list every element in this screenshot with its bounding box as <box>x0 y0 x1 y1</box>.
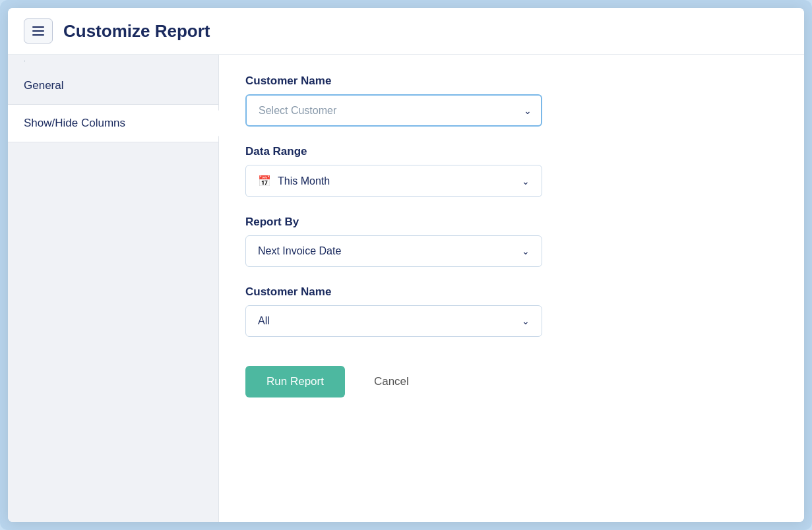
hamburger-line-1 <box>32 26 44 28</box>
customer-name2-value: All <box>258 315 522 327</box>
report-by-label: Report By <box>245 216 778 229</box>
sidebar-item-show-hide-columns[interactable]: Show/Hide Columns <box>8 105 218 142</box>
customer-name2-chevron-icon: ⌄ <box>522 316 530 326</box>
customer-name2-group: Customer Name All ⌄ <box>245 285 778 337</box>
data-range-group: Data Range 📅 This Month ⌄ <box>245 145 778 197</box>
main-content: Customer Name Select Customer ⌄ Data Ran… <box>219 55 804 522</box>
sidebar-item-general-label: General <box>24 79 63 92</box>
customer-name-select-wrapper[interactable]: Select Customer ⌄ <box>245 94 542 127</box>
cancel-button[interactable]: Cancel <box>361 366 422 398</box>
page-title: Customize Report <box>63 21 210 42</box>
customer-name-label: Customer Name <box>245 74 778 88</box>
data-range-select[interactable]: 📅 This Month ⌄ <box>245 165 542 197</box>
header: Customize Report <box>8 8 804 55</box>
data-range-chevron-icon: ⌄ <box>522 176 530 187</box>
customer-name2-label: Customer Name <box>245 285 778 299</box>
sidebar-item-general[interactable]: General <box>8 67 218 105</box>
report-by-chevron-icon: ⌄ <box>522 246 530 256</box>
customer-name-select[interactable]: Select Customer <box>245 94 542 127</box>
dot-indicator: · <box>8 55 218 67</box>
calendar-icon: 📅 <box>258 175 271 187</box>
report-by-value: Next Invoice Date <box>258 245 522 257</box>
footer-buttons: Run Report Cancel <box>245 355 778 398</box>
menu-button[interactable] <box>24 18 53 44</box>
hamburger-icon <box>32 26 44 36</box>
modal-wrapper: Customize Report · General Show/Hide Col… <box>0 0 812 530</box>
hamburger-line-3 <box>32 34 44 36</box>
sidebar-item-show-hide-label: Show/Hide Columns <box>24 117 125 129</box>
run-report-button[interactable]: Run Report <box>245 366 345 398</box>
report-by-select[interactable]: Next Invoice Date ⌄ <box>245 235 542 267</box>
data-range-value: This Month <box>278 175 522 187</box>
sidebar-chevron-icon <box>207 110 219 136</box>
report-by-group: Report By Next Invoice Date ⌄ <box>245 216 778 267</box>
customer-name-group: Customer Name Select Customer ⌄ <box>245 74 778 127</box>
customer-name2-select[interactable]: All ⌄ <box>245 305 542 337</box>
hamburger-line-2 <box>32 30 44 32</box>
sidebar: · General Show/Hide Columns <box>8 55 219 522</box>
modal: Customize Report · General Show/Hide Col… <box>8 8 804 522</box>
data-range-label: Data Range <box>245 145 778 158</box>
body: · General Show/Hide Columns Customer Nam… <box>8 55 804 522</box>
